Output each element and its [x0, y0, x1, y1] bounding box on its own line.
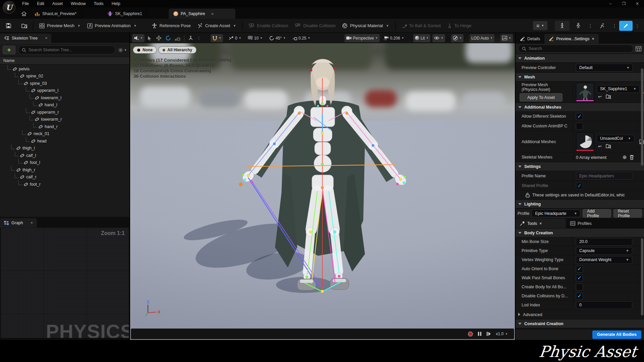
tree-row-lowerarm_r[interactable]: lowerarm_r	[0, 116, 129, 123]
close-tab-icon[interactable]: ×	[592, 37, 594, 41]
graph-canvas[interactable]: Zoom 1:1 PHYSICS	[1, 228, 129, 338]
tree-row-hand_r[interactable]: hand_r	[0, 123, 129, 130]
viewport-options-button[interactable]: ▼	[132, 34, 145, 42]
record-button[interactable]	[468, 331, 473, 337]
section-lighting[interactable]: Lighting	[516, 199, 644, 208]
menu-item-window[interactable]: Window	[67, 0, 90, 7]
reference-pose-button[interactable]: Reference Pose	[149, 21, 194, 31]
tree-row-thigh_r[interactable]: thigh_r	[0, 166, 129, 174]
rotation-snap-toggle[interactable]: ▼	[211, 34, 223, 42]
section-body-creation[interactable]: Body Creation	[516, 228, 644, 237]
tree-row-upperarm_r[interactable]: upperarm_r	[0, 109, 129, 116]
menu-item-help[interactable]: Help	[108, 0, 124, 7]
profile-name-input[interactable]: Epic Headquarters	[576, 172, 633, 180]
tool-input[interactable]: 20.0	[576, 238, 632, 246]
tree-settings-gear-icon[interactable]: ▼	[118, 48, 127, 53]
menu-item-tools[interactable]: Tools	[90, 0, 107, 7]
section-settings[interactable]: Settings	[516, 162, 644, 171]
tab-preview-scene-settings[interactable]: Preview...Settings ×	[544, 34, 599, 44]
preview-controller-select[interactable]: Default▼	[576, 64, 633, 71]
character-panel-icon[interactable]	[555, 21, 570, 31]
screenshot-button[interactable]: ▼	[500, 34, 513, 42]
maximize-button[interactable]: ❐	[617, 0, 631, 7]
section-animation[interactable]: Animation	[516, 54, 644, 62]
additional-meshes-select[interactable]: UnsavedCol▼	[597, 135, 634, 142]
add-bone-body-button[interactable]: +	[3, 46, 15, 54]
tab-shaolei-preview[interactable]: ShaoLei_Preview*	[30, 9, 82, 19]
graph-tab[interactable]: Graph ×	[0, 218, 37, 228]
move-tool-button[interactable]	[155, 34, 163, 42]
menu-item-edit[interactable]: Edit	[33, 0, 48, 7]
tree-row-head[interactable]: head	[0, 137, 129, 145]
tree-row-pelvis[interactable]: pelvis	[0, 65, 129, 73]
active-tool-blue-button[interactable]	[619, 21, 633, 31]
tree-column-header[interactable]: Name	[0, 57, 129, 65]
physical-material-button[interactable]: Physical Material▼	[339, 21, 392, 31]
minimize-button[interactable]: –	[604, 0, 617, 7]
add-array-element-icon[interactable]: ⊕	[623, 154, 627, 160]
shared-profile-checkbox[interactable]	[576, 182, 583, 189]
tool-checkbox[interactable]	[576, 275, 583, 282]
allow-custom-animbp-checkbox[interactable]	[576, 123, 583, 130]
to-ball-socket-button[interactable]: To Ball & Socket	[398, 21, 444, 30]
advanced-expander[interactable]: Advanced	[516, 309, 644, 319]
tree-row-thigh_l[interactable]: thigh_l	[0, 145, 129, 152]
preview-mesh-button[interactable]: Preview Mesh▼	[36, 21, 84, 31]
filter-none-button[interactable]: None	[133, 46, 157, 54]
camera-speed-value[interactable]: 0.206▼	[382, 34, 406, 42]
tab-sk-sapphire1[interactable]: SK_Sapphire1	[103, 9, 147, 19]
save-button[interactable]	[3, 21, 14, 31]
to-hinge-button[interactable]: To Hinge	[444, 21, 475, 30]
panel-options-dots-icon[interactable]: ⋮	[587, 23, 594, 28]
tool-checkbox[interactable]	[576, 293, 583, 300]
scale-tool-button[interactable]	[173, 34, 182, 42]
step-forward-button[interactable]	[486, 331, 491, 336]
profile-select[interactable]: Epic Headquarte▼	[532, 209, 580, 217]
tree-row-spine_03[interactable]: spine_03	[0, 80, 129, 87]
coordinate-system-button[interactable]	[186, 34, 195, 42]
3d-viewport[interactable]: ▼ ⋮ ▼ 0▼ 10▼ 4	[130, 33, 515, 340]
use-selected-icon[interactable]: ↩	[598, 94, 602, 99]
enable-collision-button[interactable]: Enable Collision	[245, 21, 291, 30]
disable-collision-button[interactable]: Disable Collision	[291, 21, 339, 30]
preview-animation-button[interactable]: Preview Animation▼	[84, 21, 140, 31]
browse-icon[interactable]	[606, 94, 611, 99]
pause-button[interactable]	[478, 331, 482, 336]
tool-select[interactable]: Dominant Weight▼	[576, 256, 632, 264]
tool-checkbox[interactable]	[576, 284, 583, 291]
tab-details[interactable]: Details	[516, 34, 544, 44]
ragdoll-panel-icon[interactable]	[571, 21, 586, 31]
generate-all-bodies-button[interactable]: Generate All Bodies	[592, 330, 641, 339]
tree-row-calf_r[interactable]: calf_r	[0, 174, 129, 181]
angle-snap-value[interactable]: 45°▼	[268, 34, 287, 42]
tab-pa-sapphire[interactable]: PA_Sapphire ×	[169, 9, 236, 19]
preview-mesh-select[interactable]: SK_Sapphire1▼	[597, 85, 640, 93]
tree-row-foot_r[interactable]: foot_r	[0, 181, 129, 188]
section-additional-meshes[interactable]: Additional Meshes	[516, 103, 644, 111]
projection-select[interactable]: Perspective▼	[344, 34, 380, 42]
lod-select[interactable]: LOD Auto▼	[470, 34, 494, 42]
clear-array-icon[interactable]	[630, 155, 634, 160]
section-constraint-creation[interactable]: Constraint Creation	[516, 319, 644, 328]
playback-speed-select[interactable]: x1.0▼	[496, 331, 508, 336]
create-asset-button[interactable]: Create Asset▼	[194, 21, 239, 31]
animation-panel-icon[interactable]	[595, 21, 610, 31]
tool-checkbox[interactable]	[576, 265, 583, 273]
details-search-input[interactable]: Search	[518, 45, 633, 53]
home-icon[interactable]	[19, 9, 28, 18]
tree-row-hand_l[interactable]: hand_l	[0, 102, 129, 109]
display-filter-icon[interactable]	[636, 46, 641, 51]
add-profile-button[interactable]: Add Profile	[583, 209, 611, 218]
tab-profiles[interactable]: Profiles	[566, 219, 596, 228]
panel-options-dots-icon[interactable]: ⋮	[611, 23, 618, 28]
tab-close-icon[interactable]: ×	[211, 11, 214, 16]
additional-meshes-thumbnail[interactable]	[576, 132, 594, 151]
reset-profile-button[interactable]: Reset Profile	[613, 209, 642, 218]
menu-item-asset[interactable]: Asset	[48, 0, 67, 7]
show-flags-button[interactable]: ▼	[432, 34, 445, 42]
tree-row-calf_l[interactable]: calf_l	[0, 152, 129, 159]
rotate-tool-button[interactable]	[164, 34, 173, 42]
tree-row-spine_02[interactable]: spine_02	[0, 73, 129, 80]
settings-menu-button[interactable]: ≡▼	[533, 21, 547, 30]
close-panel-icon[interactable]: ×	[45, 36, 47, 41]
